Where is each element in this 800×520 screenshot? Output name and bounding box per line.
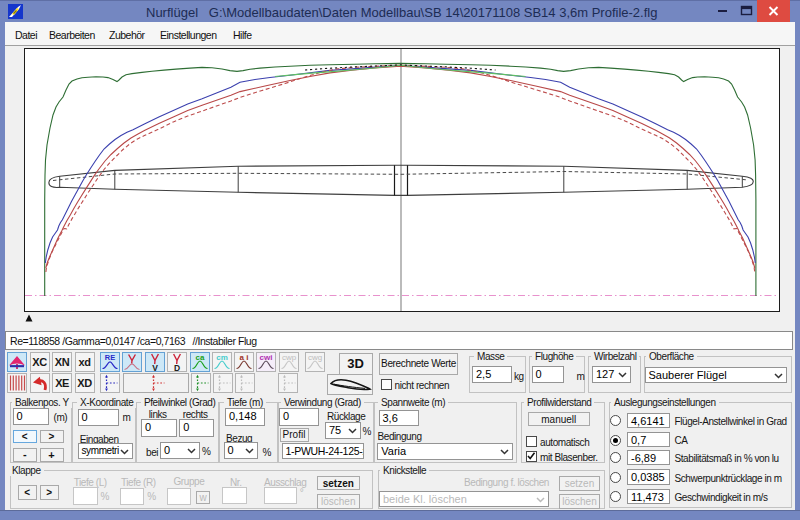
svg-text:V: V bbox=[152, 363, 158, 372]
svg-text:D: D bbox=[174, 363, 180, 372]
svg-text:RE: RE bbox=[104, 353, 114, 362]
